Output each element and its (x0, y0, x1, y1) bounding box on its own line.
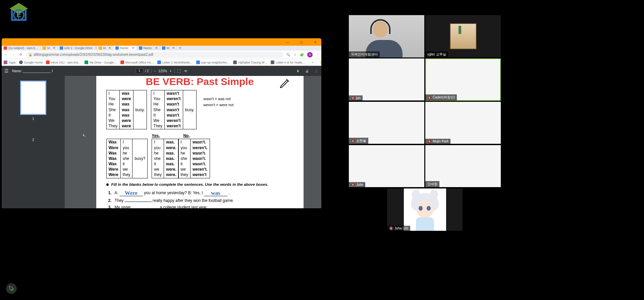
participant-tile[interactable]: yglec 교무실 (425, 15, 501, 57)
app-logo: E (7, 2, 30, 25)
participant-tile[interactable]: 🔇Julie (349, 145, 424, 187)
participant-name: jun (356, 96, 361, 100)
page-thumbnail[interactable] (20, 81, 46, 115)
window-maximize[interactable]: ▢ (297, 40, 306, 44)
grammar-table-positive: I You He She It We They was were was was… (106, 90, 147, 129)
browser-tab-active[interactable]: Name:✕ (113, 46, 137, 50)
fit-page-icon[interactable]: ⛶ (177, 69, 181, 74)
participant-name: Caden(박창민) (433, 95, 455, 100)
grammar-table-question: Was Were Was Was Was Were Were I you he … (106, 139, 148, 178)
participant-tile[interactable]: 🔇jun (349, 58, 424, 101)
bookmark-item[interactable]: Google Home (19, 60, 43, 64)
muted-icon: 🔇 (427, 139, 431, 143)
extensions-icon[interactable]: 🧩 (300, 53, 304, 56)
muted-icon: 🔇 (351, 183, 355, 186)
url-input[interactable]: 🔒 allthingsgrammar.com/uploads/2/3/2/9/2… (26, 52, 283, 58)
bookmark-item[interactable]: My Drive - Google… (85, 60, 117, 64)
contraction-note: wasn't = was not weren't = were not (203, 96, 233, 108)
tab-label: Name: (144, 46, 153, 50)
apps-button[interactable]: Apps (4, 60, 16, 64)
page-number-input[interactable]: 1 (136, 68, 143, 74)
thumbnail-number: 1 (32, 117, 34, 121)
pdf-toolbar: ☰ Name: _______________ I 1 / 2 − 125% +… (2, 66, 321, 76)
browser-tab[interactable]: Name:✕ (137, 46, 160, 50)
grammar-table-yes: I you he she it we they was. were. was. … (152, 139, 178, 178)
bookmarks-overflow[interactable]: » (312, 61, 313, 64)
tab-label: M (103, 46, 106, 50)
muted-icon: 🔇 (389, 226, 393, 230)
new-tab-button[interactable]: + (177, 46, 183, 50)
participant-name: Julie (356, 183, 363, 186)
participant-tile[interactable]: 국제언어체험센터 (349, 15, 424, 57)
page-total: / 2 (145, 69, 149, 73)
bookmark-item[interactable]: Inbox (41) - sam.bra… (46, 60, 81, 64)
participant-tile[interactable]: 🔇Juha Lim (387, 188, 463, 231)
zoom-out-button[interactable]: − (153, 69, 156, 74)
download-icon[interactable]: ⬇ (296, 69, 300, 74)
muted-icon: 🔇 (427, 96, 431, 99)
browser-tab[interactable]: Unit 1 - Google Drive✕ (58, 46, 97, 50)
worksheet-title: BE VERB: Past Simple (106, 76, 293, 87)
participant-name: 민세원 (427, 182, 437, 186)
bookmarks-bar: Apps Google Home Inbox (41) - sam.bra… M… (2, 59, 321, 66)
zoom-level: 125% (158, 69, 167, 73)
bookmark-item[interactable]: Letter C Worksheets… (157, 60, 193, 64)
thumbnail-number: 2 (32, 138, 34, 142)
participant-name: Juha Lim (394, 226, 408, 230)
close-icon[interactable]: ✕ (108, 46, 111, 50)
participant-tile-active-speaker[interactable]: 🔇Caden(박창민) (425, 58, 501, 101)
more-icon[interactable]: ⋮ (314, 69, 319, 74)
shared-screen-browser: — ▢ ✕ (no subject) - sam.b…✕ M✕ Unit 1 -… (2, 38, 321, 208)
rotate-icon[interactable]: ⟲ (183, 69, 187, 74)
grammar-table-no: I you he she it we they wasn't. weren't.… (178, 139, 210, 178)
lock-icon: 🔒 (29, 53, 32, 56)
reload-button[interactable]: ⟳ (18, 53, 23, 56)
pdf-title: Name: _______________ I (12, 69, 53, 73)
tab-label: (no subject) - sam.b… (8, 46, 38, 50)
close-icon[interactable]: ✕ (132, 46, 135, 50)
window-titlebar: — ▢ ✕ (2, 38, 321, 46)
window-minimize[interactable]: — (282, 40, 292, 44)
bookmark-item[interactable]: Microsoft Office Ho… (120, 60, 154, 64)
bookmark-star-icon[interactable]: ☆ (293, 53, 297, 56)
profile-avatar[interactable]: S (307, 52, 313, 57)
question-1: 1. A: Were you at home yesterday? B: Yes… (108, 189, 293, 196)
question-2: 2. They really happy after they won the … (108, 198, 293, 203)
kebab-menu-icon[interactable]: ⋮ (316, 53, 319, 56)
avatar-image (404, 188, 446, 231)
all-bookmarks-button[interactable]: 📁All Bookmarks (320, 61, 321, 64)
browser-tab[interactable]: M✕ (41, 46, 58, 50)
browser-tabs: (no subject) - sam.b…✕ M✕ Unit 1 - Googl… (2, 46, 321, 50)
sidebar-toggle-icon[interactable]: ☰ (4, 68, 9, 74)
bookmark-item[interactable]: Alphabet Tracing W… (233, 60, 268, 64)
participant-name: 국제언어체험센터 (351, 52, 378, 57)
forward-button[interactable]: → (11, 53, 16, 56)
participant-tile[interactable]: 민세원 (425, 145, 501, 187)
pdf-page-area[interactable]: BE VERB: Past Simple I You He She It We … (65, 76, 321, 208)
close-icon[interactable]: ✕ (53, 46, 55, 50)
participant-name: 김한울 (356, 138, 366, 143)
browser-tab[interactable]: M✕ (97, 46, 114, 50)
participant-tile[interactable]: 🔇김한울 (349, 102, 424, 144)
close-icon[interactable]: ✕ (172, 46, 175, 50)
zoom-in-button[interactable]: + (169, 69, 172, 74)
bookmark-item[interactable]: pop-up-neighborho… (196, 60, 230, 64)
print-icon[interactable]: 🖨 (305, 69, 309, 74)
edit-annotate-button[interactable] (6, 283, 17, 294)
browser-tab[interactable]: M✕ (160, 46, 177, 50)
participant-tile[interactable]: 🔇Mujin Park (425, 102, 501, 144)
bookmark-item[interactable]: Letter A is for Airpla… (271, 60, 305, 64)
close-icon[interactable]: ✕ (155, 46, 158, 50)
question-3: 3. My sister a college student last year… (108, 205, 293, 208)
window-close[interactable]: ✕ (311, 40, 320, 44)
tab-label: M (47, 46, 50, 50)
participants-grid: 국제언어체험센터 yglec 교무실 🔇jun 🔇Caden(박창민) 🔇김한울… (349, 15, 501, 231)
pdf-viewer-body: 1 2 BE VERB: Past Simple I You He She It… (2, 76, 321, 208)
back-button[interactable]: ← (4, 53, 8, 56)
yes-no-header: Yes,No, (152, 133, 210, 138)
zoom-icon[interactable]: 🔍 (286, 53, 290, 56)
muted-icon: 🔇 (351, 96, 355, 100)
tab-label: Unit 1 - Google Drive (64, 46, 93, 50)
room-photo (450, 23, 477, 49)
browser-tab[interactable]: (no subject) - sam.b…✕ (2, 46, 41, 50)
